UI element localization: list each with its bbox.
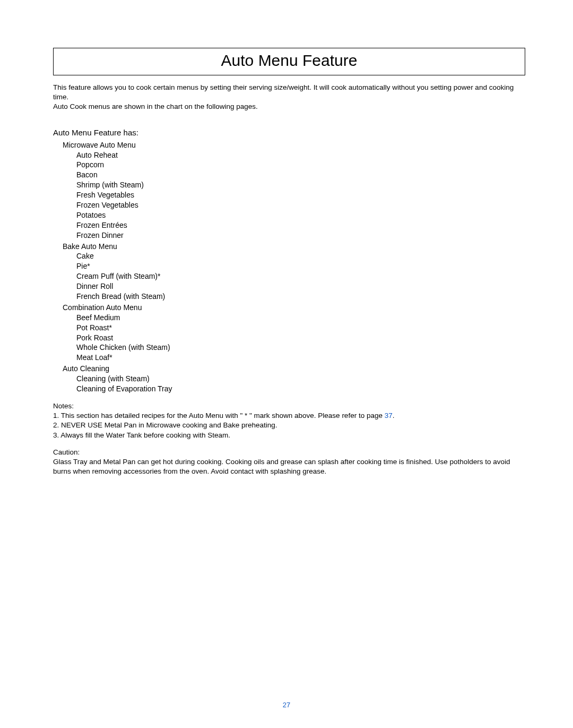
note-1: 1. This section has detailed recipes for… — [53, 411, 525, 421]
group-combination: Combination Auto Menu Beef Medium Pot Ro… — [63, 303, 525, 363]
page-title-frame: Auto Menu Feature — [53, 48, 525, 75]
group-title-combination: Combination Auto Menu — [63, 303, 525, 313]
list-item: French Bread (with Steam) — [76, 292, 525, 302]
list-item: Meat Loaf* — [76, 353, 525, 363]
caution-text: Glass Tray and Metal Pan can get hot dur… — [53, 457, 525, 476]
caution-block: Caution: Glass Tray and Metal Pan can ge… — [53, 448, 525, 477]
list-item: Cake — [76, 251, 525, 261]
list-item: Cream Puff (with Steam)* — [76, 271, 525, 281]
list-item: Pork Roast — [76, 333, 525, 343]
list-item: Pot Roast* — [76, 323, 525, 333]
group-microwave: Microwave Auto Menu Auto Reheat Popcorn … — [63, 140, 525, 241]
list-item: Whole Chicken (with Steam) — [76, 342, 525, 353]
page-title: Auto Menu Feature — [54, 52, 525, 70]
list-item: Auto Reheat — [76, 150, 525, 160]
list-item: Cleaning of Evaporation Tray — [76, 384, 525, 394]
section-heading: Auto Menu Feature has: — [53, 128, 525, 137]
list-item: Bacon — [76, 170, 525, 180]
note-1-post: . — [393, 412, 395, 419]
group-title-microwave: Microwave Auto Menu — [63, 140, 525, 150]
list-item: Frozen Entrées — [76, 220, 525, 230]
notes-block: Notes: 1. This section has detailed reci… — [53, 401, 525, 440]
list-item: Shrimp (with Steam) — [76, 180, 525, 190]
group-cleaning: Auto Cleaning Cleaning (with Steam) Clea… — [63, 364, 525, 394]
note-1-text: 1. This section has detailed recipes for… — [53, 412, 385, 419]
list-item: Popcorn — [76, 160, 525, 170]
list-item: Frozen Dinner — [76, 230, 525, 241]
list-item: Dinner Roll — [76, 281, 525, 292]
group-bake: Bake Auto Menu Cake Pie* Cream Puff (wit… — [63, 242, 525, 302]
list-item: Frozen Vegetables — [76, 200, 525, 210]
intro-line-2: Auto Cook menus are shown in the chart o… — [53, 102, 525, 112]
list-item: Cleaning (with Steam) — [76, 374, 525, 384]
intro-block: This feature allows you to cook certain … — [53, 83, 525, 112]
list-item: Potatoes — [76, 210, 525, 220]
list-item: Beef Medium — [76, 313, 525, 323]
list-item: Fresh Vegetables — [76, 190, 525, 200]
intro-line-1: This feature allows you to cook certain … — [53, 83, 525, 102]
caution-label: Caution: — [53, 448, 525, 457]
group-title-bake: Bake Auto Menu — [63, 242, 525, 252]
list-item: Pie* — [76, 261, 525, 271]
page-number: 27 — [0, 701, 573, 709]
group-title-cleaning: Auto Cleaning — [63, 364, 525, 374]
note-3: 3. Always fill the Water Tank before coo… — [53, 431, 525, 440]
page-ref-link[interactable]: 37 — [385, 412, 393, 419]
note-2: 2. NEVER USE Metal Pan in Microwave cook… — [53, 421, 525, 430]
notes-label: Notes: — [53, 401, 525, 411]
